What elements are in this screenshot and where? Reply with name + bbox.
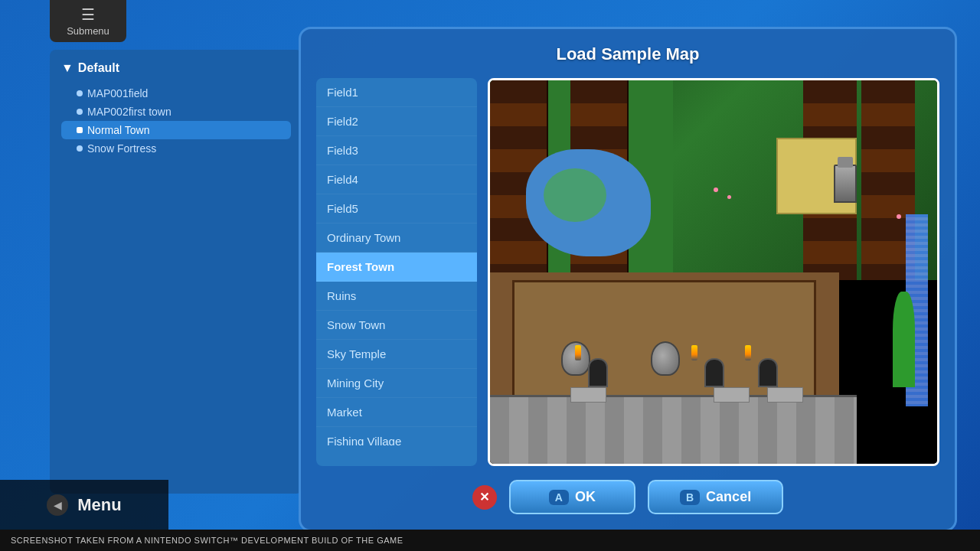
- sidebar-bullet-icon: [77, 145, 83, 152]
- map-list-container: Field1 Field2 Field3 Field4 Field5 Ordin…: [316, 78, 477, 466]
- menu-label: Menu: [77, 495, 121, 515]
- map-list-item-field3[interactable]: Field3: [316, 136, 477, 165]
- map-torch-2: [691, 345, 697, 360]
- map-torch-1: [575, 345, 581, 360]
- map-door-1: [588, 358, 608, 387]
- map-list[interactable]: Field1 Field2 Field3 Field4 Field5 Ordin…: [316, 78, 477, 445]
- ok-badge: A: [549, 490, 569, 505]
- cancel-label: Cancel: [706, 489, 751, 505]
- sidebar-arrow-icon: ▼: [61, 61, 74, 75]
- sidebar-item-map002first-town[interactable]: MAP002first town: [61, 103, 291, 121]
- map-statue: [834, 165, 857, 203]
- sidebar: ▼ Default MAP001field MAP002first town N…: [50, 50, 302, 494]
- submenu-button[interactable]: ☰ Submenu: [50, 0, 126, 42]
- map-door-2: [704, 358, 724, 387]
- dialog-title: Load Sample Map: [556, 44, 699, 64]
- map-list-item-field1[interactable]: Field1: [316, 78, 477, 107]
- sidebar-item-label: Normal Town: [87, 124, 149, 136]
- map-list-item-ruins[interactable]: Ruins: [316, 282, 477, 311]
- map-preview: [488, 78, 939, 466]
- map-step-1: [570, 387, 606, 403]
- map-step-2: [714, 387, 750, 403]
- ok-button[interactable]: A OK: [509, 480, 635, 514]
- sidebar-active-icon: [77, 127, 83, 133]
- ok-label: OK: [575, 489, 596, 505]
- load-sample-map-dialog: Load Sample Map Field1 Field2 Field3 Fie…: [299, 27, 957, 532]
- map-list-item-sky-temple[interactable]: Sky Temple: [316, 340, 477, 369]
- map-door-3: [758, 358, 778, 387]
- map-list-item-field5[interactable]: Field5: [316, 194, 477, 223]
- map-list-item-market[interactable]: Market: [316, 398, 477, 427]
- bottom-bar: SCREENSHOT TAKEN FROM A NINTENDO SWITCH™…: [0, 530, 980, 551]
- map-list-item-field4[interactable]: Field4: [316, 165, 477, 194]
- sidebar-item-map001field[interactable]: MAP001field: [61, 84, 291, 103]
- map-lake-grass: [544, 168, 606, 222]
- map-list-item-ordinary-town[interactable]: Ordinary Town: [316, 223, 477, 253]
- submenu-label: Submenu: [67, 25, 109, 37]
- sidebar-item-normal-town[interactable]: Normal Town: [61, 121, 291, 139]
- sidebar-item-label: MAP002first town: [87, 106, 172, 118]
- submenu-icon: ☰: [81, 5, 95, 24]
- map-flower-2: [727, 195, 731, 199]
- menu-icon[interactable]: ◀: [47, 494, 68, 516]
- sidebar-item-label: Snow Fortress: [87, 142, 156, 155]
- cancel-badge: B: [680, 490, 700, 505]
- bottom-notice: SCREENSHOT TAKEN FROM A NINTENDO SWITCH™…: [11, 536, 403, 545]
- map-list-item-mining-city[interactable]: Mining City: [316, 369, 477, 398]
- menu-panel: ◀ Menu: [0, 480, 168, 530]
- close-icon-button[interactable]: ✕: [472, 485, 497, 510]
- dialog-buttons: ✕ A OK B Cancel: [472, 480, 783, 514]
- map-list-item-snow-town[interactable]: Snow Town: [316, 311, 477, 340]
- sidebar-group-label: Default: [78, 61, 119, 75]
- sidebar-bullet-icon: [77, 90, 83, 96]
- map-canvas: [490, 80, 937, 464]
- map-stone-floor: [490, 395, 857, 464]
- map-step-3: [767, 387, 803, 403]
- cancel-button[interactable]: B Cancel: [648, 480, 783, 514]
- sidebar-item-label: MAP001field: [87, 87, 148, 99]
- map-list-item-fishing-village[interactable]: Fishing Village: [316, 427, 477, 445]
- x-icon: ✕: [479, 490, 489, 504]
- map-jar-2: [651, 341, 680, 376]
- map-list-item-field2[interactable]: Field2: [316, 107, 477, 136]
- sidebar-bullet-icon: [77, 109, 83, 115]
- sidebar-group-header: ▼ Default: [61, 61, 291, 75]
- map-torch-3: [745, 345, 751, 360]
- map-list-item-forest-town[interactable]: Forest Town: [316, 253, 477, 282]
- map-tree-right: [893, 292, 915, 387]
- sidebar-item-snow-fortress[interactable]: Snow Fortress: [61, 139, 291, 158]
- dialog-content: Field1 Field2 Field3 Field4 Field5 Ordin…: [316, 78, 939, 466]
